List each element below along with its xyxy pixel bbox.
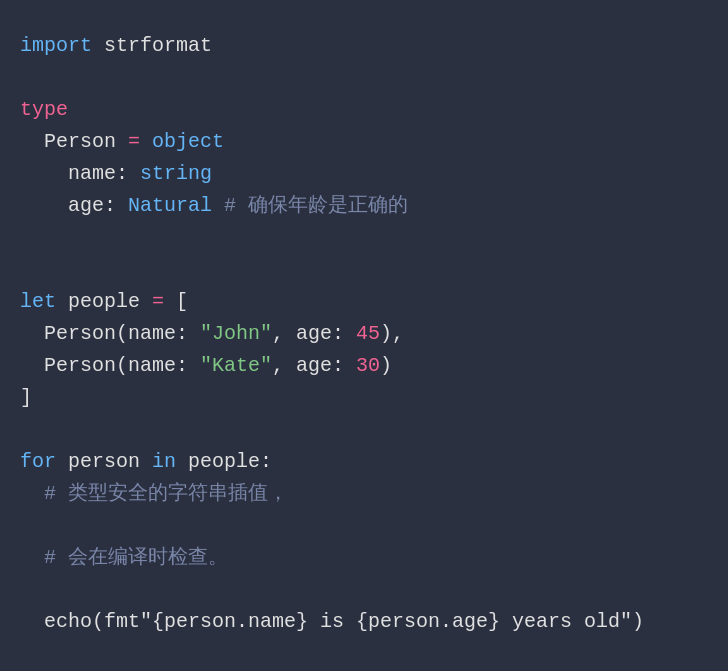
- code-token: Person: [20, 130, 128, 153]
- code-line: [20, 414, 708, 446]
- code-line: name: string: [20, 158, 708, 190]
- code-token: 30: [356, 354, 380, 377]
- code-line: [20, 62, 708, 94]
- code-line: [20, 510, 708, 542]
- code-line: import strformat: [20, 30, 708, 62]
- code-token: people:: [176, 450, 272, 473]
- code-line: echo(fmt"{person.name} is {person.age} y…: [20, 606, 708, 638]
- code-token: # 确保年龄是正确的: [224, 194, 408, 217]
- code-token: :: [104, 194, 128, 217]
- code-line: Person = object: [20, 126, 708, 158]
- code-token: ),: [380, 322, 404, 345]
- code-token: ]: [20, 386, 32, 409]
- code-line: Person(name: "John", age: 45),: [20, 318, 708, 350]
- code-token: for: [20, 450, 56, 473]
- code-token: # 会在编译时检查。: [20, 546, 228, 569]
- code-line: [20, 222, 708, 254]
- code-token: :: [116, 162, 140, 185]
- code-token: strformat: [92, 34, 212, 57]
- code-token: string: [140, 162, 212, 185]
- code-token: import: [20, 34, 92, 57]
- code-token: [: [164, 290, 188, 313]
- code-line: # 类型安全的字符串插值，: [20, 478, 708, 510]
- code-line: [20, 574, 708, 606]
- code-line: [20, 254, 708, 286]
- code-token: =: [152, 290, 164, 313]
- code-line: age: Natural # 确保年龄是正确的: [20, 190, 708, 222]
- code-token: =: [128, 130, 140, 153]
- code-token: people: [56, 290, 152, 313]
- code-token: , age:: [272, 322, 356, 345]
- code-token: type: [20, 98, 68, 121]
- code-line: ]: [20, 382, 708, 414]
- code-line: for person in people:: [20, 446, 708, 478]
- code-token: # 类型安全的字符串插值，: [20, 482, 288, 505]
- code-token: Natural: [128, 194, 212, 217]
- code-token: age: [20, 194, 104, 217]
- code-token: , age:: [272, 354, 356, 377]
- code-line: let people = [: [20, 286, 708, 318]
- code-token: Person(name:: [20, 354, 200, 377]
- code-token: name: [20, 162, 116, 185]
- code-token: echo(fmt"{person.name} is {person.age} y…: [20, 610, 644, 633]
- code-editor: import strformat type Person = object na…: [0, 0, 728, 671]
- code-token: 45: [356, 322, 380, 345]
- code-token: [212, 194, 224, 217]
- code-token: "John": [200, 322, 272, 345]
- code-token: [140, 130, 152, 153]
- code-line: Person(name: "Kate", age: 30): [20, 350, 708, 382]
- code-token: Person(name:: [20, 322, 200, 345]
- code-token: person: [56, 450, 152, 473]
- code-token: in: [152, 450, 176, 473]
- code-token: object: [152, 130, 224, 153]
- code-line: # 会在编译时检查。: [20, 542, 708, 574]
- code-line: type: [20, 94, 708, 126]
- code-token: "Kate": [200, 354, 272, 377]
- code-token: let: [20, 290, 56, 313]
- code-token: ): [380, 354, 392, 377]
